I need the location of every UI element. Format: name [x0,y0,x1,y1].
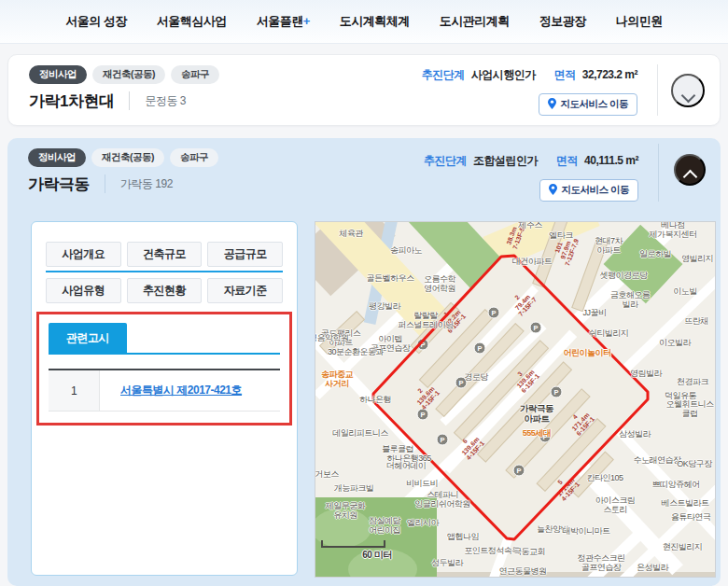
map-service-button[interactable]: 지도서비스 이동 [539,93,637,116]
project-title: 가락1차현대 [29,91,114,112]
tab-building-scale[interactable]: 건축규모 [127,242,203,267]
nav-item-info-plaza[interactable]: 정보광장 [539,13,586,30]
map-label: 어린이놀이터 [564,348,611,357]
vertical-divider [657,64,658,116]
map-label: 포인트정석속독 [464,546,520,555]
map-label: 이오빌라 [659,338,691,347]
map-label: 셋팽이경로당 [600,271,648,280]
map-label: 천경파크 [677,377,708,386]
chevron-up-icon [682,170,697,185]
map-label: 대박이니마트 [563,526,610,536]
tag-rebuild-type: 재건축(공동) [92,65,165,84]
stage-value: 조합설립인가 [473,154,538,167]
map-label: 거보스 [315,469,339,479]
map-label: 수명음악학원 [315,333,349,342]
tab-data-basis[interactable]: 자료기준 [207,278,283,303]
map-label: 평강빌라 [369,301,400,311]
map-scale-bar [321,540,385,548]
map-label: 성두빌라 [431,558,463,567]
map-label: 제일무궁화 유치원 [326,501,366,521]
map-label: 더헤어데이 [386,461,427,470]
nav-item-seoul-plan[interactable]: 서울플랜+ [257,13,310,30]
map-label: 현진빌리지 [663,542,703,551]
nav-item-management-plan[interactable]: 도시관리계획 [440,13,510,30]
map-label: 아이스크림 스토리 [595,495,636,515]
top-navigation: 서울의 성장 서울핵심사업 서울플랜+ 도시계획체계 도시관리계획 정보광장 나… [0,0,728,44]
map-label: 비비드비 [406,479,438,488]
table-row: 1 서울특별시 제2017-421호 [49,370,280,412]
area-label: 면적 [556,154,578,167]
card-header: 정비사업 재건축(공동) 송파구 가락극동 가락동 192 추진단계조합설립인가… [7,138,721,202]
map-label: 오름수학 영어학원 [424,274,455,294]
stage-value: 사업시행인가 [471,68,536,81]
metrics: 추진단계사업시행인가 면적32,723.2 m² [422,67,637,83]
expand-card-button[interactable] [671,74,705,107]
area-value: 40,111.5 m² [584,154,638,167]
tag-business-type: 정비사업 [28,148,86,167]
map-label: 삼성빌라 [619,429,651,439]
map-label: 개능파크빌 [334,483,374,493]
map-label: 데일리피트니스 [332,428,388,438]
area-value: 32,723.2 m² [582,68,637,81]
page: 서울의 성장 서울핵심사업 서울플랜+ 도시계획체계 도시관리계획 정보광장 나… [0,0,728,586]
map-label: 쁘띠앙쥬헤어 [652,480,700,489]
blue-divider [46,271,283,272]
title-divider [105,174,105,193]
tab-overview[interactable]: 사업개요 [46,242,121,267]
map-label: 일로하빌 [639,249,671,258]
map-label: 555세대 [523,428,552,438]
chevron-down-icon [680,88,695,103]
stage-label: 추진단계 [422,68,465,81]
detail-panel: 사업개요 건축규모 공급규모 사업유형 추진현황 자료기준 관련고시 1 서울특… [31,221,298,576]
map-canvas[interactable]: PPPPPPPPPP1 102.2m 6-15F-12 79.4m 7-15F-… [315,221,716,578]
map-label: 금호해오름 빌라 [610,290,651,310]
map-label: 골든벨하우스 [367,273,414,283]
title-divider [129,91,130,110]
map-label: 영림빌라 [630,369,662,378]
row-number: 1 [49,370,100,412]
map-label: 정관수스크린 골프연습장 [578,553,625,573]
map-label: 잠실예닮 어린이집 [369,516,400,536]
map-label: 30분순환운동과 [328,347,384,356]
map-label: 칸타인105 [586,473,623,482]
map-label: 뜨란채 [684,316,708,326]
map-label: 대건아파트 [512,257,553,266]
map-label: JJ꿀비 [583,308,607,317]
map-label: 경로당 [464,372,488,382]
nav-item-core-projects[interactable]: 서울핵심사업 [157,13,227,30]
annotation-red-box: 관련고시 1 서울특별시 제2017-421호 [36,312,292,426]
map-label: 랄랄랄 퍼스널트레이닝 [398,311,454,330]
vertical-divider [658,144,659,202]
tab-supply-scale[interactable]: 공급규모 [207,242,283,267]
tag-district: 송파구 [171,65,219,84]
map-labels-layer: 60 미터 체육관송피아노골든벨하우스오름수학 영어학원평강빌라랄랄랄 퍼스널트… [315,222,715,577]
area-label: 면적 [554,68,576,81]
project-card-garak1-hyundai: 정비사업 재건축(공동) 송파구 가락1차현대 문정동 3 추진단계사업시행인가… [7,54,721,126]
project-title: 가락극동 [28,174,90,195]
map-service-button[interactable]: 지도서비스 이동 [539,179,638,202]
stage-label: 추진단계 [424,154,467,167]
tag-rebuild-type: 재건축(공동) [91,148,164,167]
nav-item-seoul-growth[interactable]: 서울의 성장 [65,13,127,30]
active-tab-row: 관련고시 [49,323,280,355]
tab-business-type[interactable]: 사업유형 [46,278,121,303]
map-label: 하나은행 [359,395,391,404]
map-label: 베나점 제가복지센터 [650,221,697,239]
map-scale-label: 60 미터 [362,550,391,561]
project-address: 문정동 3 [145,93,186,109]
tab-related-notice-active[interactable]: 관련고시 [49,323,127,353]
map-label: 베스트빌라트 [662,498,709,508]
map-label: 블루클럽 [382,444,413,453]
tab-progress[interactable]: 추진현황 [127,278,203,303]
location-pin-icon [548,98,556,111]
nav-item-planning-system[interactable]: 도시계획체계 [340,13,410,30]
map-label: 앱헵나임 [447,532,479,541]
nav-item-my-civil[interactable]: 나의민원 [616,13,663,30]
tag-business-type: 정비사업 [29,65,87,84]
map-label: 엘리시아 [407,518,439,527]
notice-link[interactable]: 서울특별시 제2017-421호 [120,384,242,397]
map-label: 이노빌 [673,286,697,296]
map-label: 체육관 [339,229,363,238]
map-label: 송피아노 [390,245,422,255]
collapse-card-button[interactable] [674,154,706,186]
